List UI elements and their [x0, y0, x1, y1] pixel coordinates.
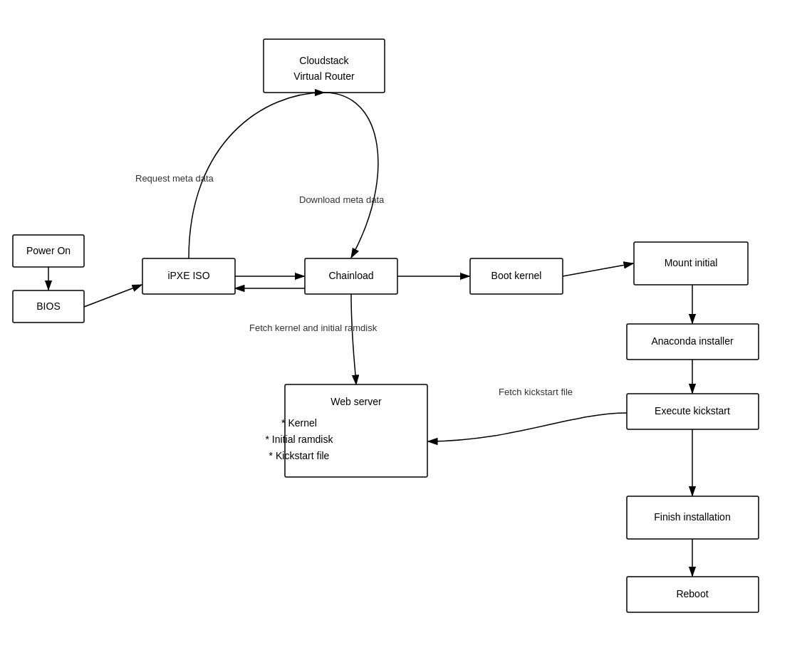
finishinstall-label: Finish installation — [654, 511, 730, 523]
webserver-item3: * Kickstart file — [269, 450, 330, 461]
arrow-chainload-webserver — [351, 294, 356, 384]
reboot-label: Reboot — [676, 588, 708, 599]
chainload-label: Chainload — [328, 270, 373, 281]
label-request-meta: Request meta data — [135, 173, 214, 184]
webserver-label: Web server — [330, 396, 382, 407]
cloudstack-label: Cloudstack — [299, 55, 349, 66]
arrow-executekickstart-webserver — [428, 413, 627, 441]
label-download-meta: Download meta data — [299, 194, 385, 205]
ipxe-label: iPXE ISO — [167, 270, 209, 281]
webserver-item2: * Initial ramdisk — [266, 434, 334, 445]
anaconda-label: Anaconda installer — [651, 335, 734, 347]
cloudstack-label2: Virtual Router — [293, 70, 355, 82]
bios-label: BIOS — [36, 300, 60, 312]
arrow-bootkernel-mountinitial — [563, 263, 633, 276]
poweron-label: Power On — [26, 245, 71, 256]
webserver-item1: * Kernel — [281, 417, 317, 429]
arrow-bios-ipxe — [84, 285, 142, 307]
executekickstart-label: Execute kickstart — [655, 405, 730, 416]
label-fetch-kickstart: Fetch kickstart file — [499, 387, 573, 397]
label-fetch-kernel: Fetch kernel and initial ramdisk — [249, 323, 378, 333]
mountinitial-label: Mount initial — [665, 257, 718, 268]
arrow-cloudstack-chainload — [324, 93, 378, 258]
bootkernel-label: Boot kernel — [491, 270, 542, 281]
